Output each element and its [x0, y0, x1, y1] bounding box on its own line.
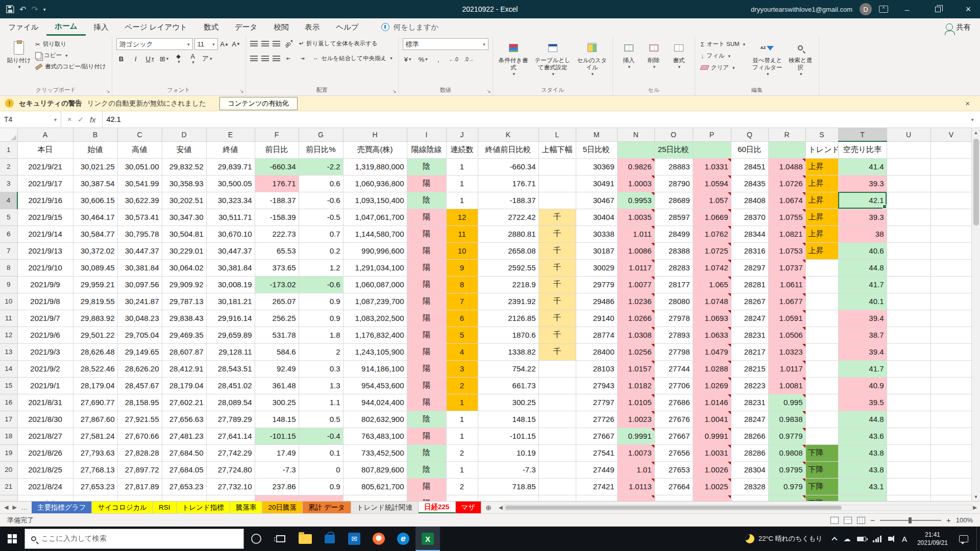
- cell-A14[interactable]: 2021/9/2: [17, 360, 73, 377]
- cell-D10[interactable]: 29,787.13: [162, 293, 206, 310]
- cell-R17[interactable]: 0.9838: [768, 411, 805, 428]
- cell-C11[interactable]: 30,048.23: [117, 310, 162, 327]
- sheet-tab-トレンド統計関連[interactable]: トレンド統計関連: [351, 502, 419, 513]
- cell-M11[interactable]: 29140: [576, 310, 617, 327]
- cell-M22[interactable]: 27360: [576, 495, 617, 501]
- cell-D5[interactable]: 30,347.30: [162, 209, 206, 226]
- cell-F8[interactable]: 373.65: [255, 259, 299, 276]
- column-header-A[interactable]: A: [17, 128, 73, 141]
- cell-N3[interactable]: 1.0003: [617, 175, 654, 192]
- cell-N6[interactable]: 1.011: [617, 226, 654, 242]
- cell-S11[interactable]: [805, 310, 838, 327]
- taskbar-search-input[interactable]: ここに入力して検索: [24, 529, 244, 549]
- cell-B19[interactable]: 27,793.63: [73, 444, 117, 461]
- sheet-tab-サイコロジカル[interactable]: サイコロジカル: [92, 502, 153, 513]
- cell-H20[interactable]: 807,829,600: [343, 461, 407, 478]
- row-header-14[interactable]: 14: [0, 360, 17, 377]
- cell-L20[interactable]: [538, 461, 576, 478]
- cell-U11[interactable]: [887, 310, 930, 327]
- cancel-entry-icon[interactable]: ×: [67, 115, 71, 123]
- cell-D8[interactable]: 30,064.02: [162, 259, 206, 276]
- cell-I6[interactable]: 陽: [407, 226, 446, 242]
- font-color-button[interactable]: A: [188, 54, 198, 64]
- cell-H9[interactable]: 1,060,087,000: [343, 276, 407, 293]
- cell-O11[interactable]: 27978: [654, 310, 693, 327]
- cell-E7[interactable]: 30,447.37: [206, 242, 255, 259]
- cell-P17[interactable]: 1.0041: [693, 411, 731, 428]
- cell-I18[interactable]: 陽: [407, 428, 446, 444]
- cell-G15[interactable]: 1.3: [299, 377, 343, 394]
- cell-O12[interactable]: 27893: [654, 327, 693, 343]
- cell-K13[interactable]: 1338.82: [478, 343, 538, 360]
- cell-H2[interactable]: 1,319,880,000: [343, 158, 407, 175]
- cell-J1[interactable]: 連続数: [446, 141, 478, 158]
- cell-S16[interactable]: [805, 394, 838, 411]
- cell-O18[interactable]: 27667: [654, 428, 693, 444]
- cell-A9[interactable]: 2021/9/9: [17, 276, 73, 293]
- cell-H5[interactable]: 1,047,061,700: [343, 209, 407, 226]
- cell-I1[interactable]: 陽線陰線: [407, 141, 446, 158]
- cell-G9[interactable]: -0.6: [299, 276, 343, 293]
- cell-D6[interactable]: 30,504.81: [162, 226, 206, 242]
- decrease-indent-icon[interactable]: ⇤: [284, 53, 294, 63]
- cell-C9[interactable]: 30,097.56: [117, 276, 162, 293]
- cell-N7[interactable]: 1.0086: [617, 242, 654, 259]
- cell-S13[interactable]: [805, 343, 838, 360]
- cell-J6[interactable]: 11: [446, 226, 478, 242]
- font-size-combobox[interactable]: 11▾: [194, 38, 218, 50]
- cell-F21[interactable]: 237.86: [255, 478, 299, 495]
- cell-V11[interactable]: [930, 310, 972, 327]
- cell-I21[interactable]: 陽: [407, 478, 446, 495]
- store-button[interactable]: [317, 527, 342, 551]
- horizontal-scrollbar-thumb[interactable]: [505, 506, 842, 510]
- cell-N8[interactable]: 1.0117: [617, 259, 654, 276]
- hidden-icons-chevron[interactable]: [832, 537, 838, 542]
- cell-Q19[interactable]: 28286: [731, 444, 768, 461]
- copy-button[interactable]: コピー: [34, 51, 108, 60]
- insert-function-icon[interactable]: fx: [90, 115, 96, 124]
- task-view-button[interactable]: [268, 527, 293, 551]
- cell-T19[interactable]: 43.8: [838, 444, 887, 461]
- cell-B9[interactable]: 29,959.21: [73, 276, 117, 293]
- cell-B16[interactable]: 27,690.77: [73, 394, 117, 411]
- align-right-icon[interactable]: [273, 56, 280, 61]
- cell-L4[interactable]: [538, 192, 576, 209]
- cell-K19[interactable]: 10.19: [478, 444, 538, 461]
- cell-M5[interactable]: 30404: [576, 209, 617, 226]
- redo-icon[interactable]: ↷: [31, 5, 38, 14]
- page-break-view-icon[interactable]: [857, 517, 865, 524]
- ribbon-tab-データ[interactable]: データ: [227, 18, 265, 36]
- cell-M6[interactable]: 30338: [576, 226, 617, 242]
- conditional-formatting-button[interactable]: 条件付き書式: [497, 38, 530, 78]
- cell-R22[interactable]: 0.9701: [768, 495, 805, 501]
- cell-F5[interactable]: -158.39: [255, 209, 299, 226]
- cell-N2[interactable]: 0.9826: [617, 158, 654, 175]
- cell-P7[interactable]: 1.0725: [693, 242, 731, 259]
- cell-S5[interactable]: 上昇: [805, 209, 838, 226]
- merge-center-button[interactable]: ⇔セルを結合して中央揃え: [311, 54, 394, 63]
- cell-B12[interactable]: 29,501.22: [73, 327, 117, 343]
- ribbon-tab-ヘルプ[interactable]: ヘルプ: [328, 18, 367, 36]
- cell-O2[interactable]: 28883: [654, 158, 693, 175]
- number-format-combobox[interactable]: 標準▾: [403, 38, 488, 50]
- cell-P9[interactable]: 1.065: [693, 276, 731, 293]
- row-header-17[interactable]: 17: [0, 411, 17, 428]
- cell-M12[interactable]: 28774: [576, 327, 617, 343]
- bold-button[interactable]: B: [116, 54, 127, 64]
- cell-A6[interactable]: 2021/9/14: [17, 226, 73, 242]
- cell-H14[interactable]: 914,186,100: [343, 360, 407, 377]
- column-header-O[interactable]: O: [654, 128, 693, 141]
- cell-V7[interactable]: [930, 242, 972, 259]
- currency-format-button[interactable]: ¥: [403, 54, 413, 64]
- cell-F2[interactable]: -660.34: [255, 158, 299, 175]
- cell-B20[interactable]: 27,768.13: [73, 461, 117, 478]
- row-header-12[interactable]: 12: [0, 327, 17, 343]
- page-layout-view-icon[interactable]: [844, 517, 852, 524]
- ribbon-tab-数式[interactable]: 数式: [195, 18, 227, 36]
- cell-B4[interactable]: 30,606.15: [73, 192, 117, 209]
- cell-G7[interactable]: 0.2: [299, 242, 343, 259]
- column-header-G[interactable]: G: [299, 128, 343, 141]
- cell-A21[interactable]: 2021/8/24: [17, 478, 73, 495]
- cell-O15[interactable]: 27706: [654, 377, 693, 394]
- cell-F19[interactable]: 17.49: [255, 444, 299, 461]
